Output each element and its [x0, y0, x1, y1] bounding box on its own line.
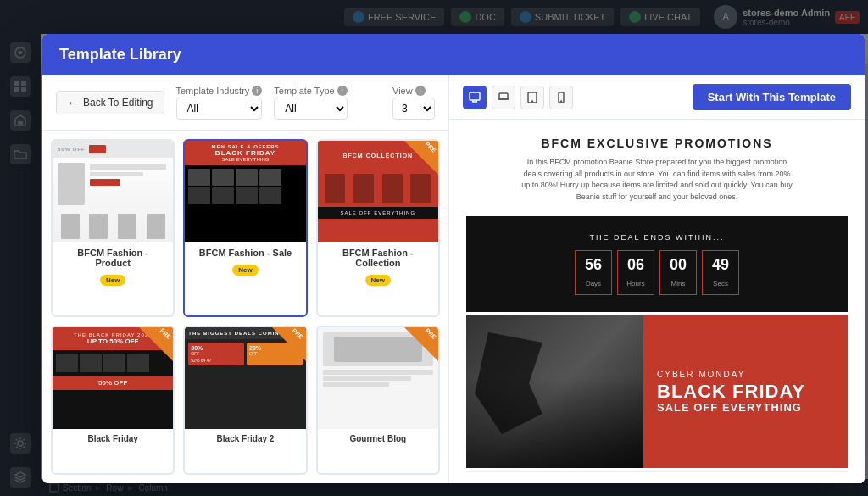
svg-rect-9 [499, 93, 508, 99]
modal-header: Template Library [42, 34, 865, 75]
modal-body: ← Back To Editing Template Industry i Al… [42, 75, 865, 483]
card-name-3: BFCM Fashion - Collection [325, 248, 431, 268]
template-card-bf1[interactable]: PRE THE BLACK FRIDAY 2020 UP TO 50% OFF [51, 326, 175, 475]
card-badge-2: New [232, 265, 258, 276]
device-tablet-btn[interactable] [520, 86, 544, 109]
sale-banner-text: CYBER MONDAY BLACK FRIDAY SALE OFF EVERY… [643, 315, 848, 468]
sale-banner-image [466, 315, 643, 468]
industry-filter: Template Industry i All Fashion Food [176, 86, 263, 120]
black-friday-text: BLACK FRIDAY [657, 382, 834, 401]
template-library-modal: Template Library ← Back To Editing Templ… [42, 34, 865, 483]
card-badge-wrap-2: New [192, 260, 298, 276]
card-info-3: BFCM Fashion - Collection New [318, 242, 438, 291]
countdown-box-mins: 00 Mins [659, 250, 697, 295]
device-desktop-btn[interactable] [463, 86, 487, 109]
svg-rect-8 [470, 92, 480, 100]
discount-bar: DISCOUNT UP TO 20% ITEMS [466, 471, 848, 483]
svg-point-13 [561, 101, 562, 102]
card-badge-wrap-1: New [59, 270, 166, 286]
countdown-box-days: 56 Days [575, 250, 612, 295]
preview-description: In this BFCM promotion Beanie Store prep… [521, 157, 793, 203]
card-name-5: Black Friday 2 [192, 434, 298, 443]
template-card-bf2[interactable]: PRE THE BIGGEST DEALS COMING 30% OFF 52%… [183, 326, 307, 475]
cyber-monday-text: CYBER MONDAY [657, 370, 834, 379]
type-select[interactable]: All Sale Product [274, 98, 347, 120]
view-info-icon: i [415, 86, 426, 96]
template-thumb-3: PRE BFCM COLLECTION SALE [318, 141, 438, 242]
arrow-left-icon: ← [67, 96, 79, 109]
countdown-box-hours: 06 Hours [617, 250, 654, 295]
man-silhouette [466, 315, 643, 468]
controls-bar: ← Back To Editing Template Industry i Al… [42, 75, 448, 131]
device-laptop-btn[interactable] [492, 86, 515, 109]
card-badge-3: New [365, 275, 391, 286]
sale-off-text: SALE OFF EVERYTHING [657, 401, 834, 414]
card-info-4: Black Friday [53, 429, 173, 449]
template-thumb-1: 50% OFF [53, 141, 173, 242]
countdown-boxes: 56 Days 06 Hours 00 Mins [483, 250, 831, 295]
industry-info-icon: i [252, 86, 262, 96]
card-info-2: BFCM Fashion - Sale New [185, 242, 305, 281]
countdown-box-secs: 49 Secs [702, 250, 739, 295]
templates-grid: 50% OFF [42, 131, 448, 483]
template-card-fashion-sale[interactable]: MEN SALE & OFFERS BLACK FRIDAY SALE EVER… [183, 139, 307, 317]
view-filter: View i 3 2 4 [392, 86, 435, 120]
type-filter: Template Type i All Sale Product [274, 86, 347, 120]
view-select[interactable]: 3 2 4 [392, 98, 435, 120]
device-mobile-btn[interactable] [549, 86, 573, 109]
right-panel: Start With This Template BFCM EXCLUSIVE … [449, 75, 865, 483]
preview-content: BFCM EXCLUSIVE PROMOTIONS In this BFCM p… [449, 120, 865, 483]
template-card-fashion-collection[interactable]: PRE BFCM COLLECTION SALE [316, 139, 440, 317]
left-panel: ← Back To Editing Template Industry i Al… [42, 75, 449, 483]
discount-text: DISCOUNT UP TO 20% ITEMS [476, 482, 837, 483]
card-badge-1: New [100, 275, 125, 286]
modal-overlay: Template Library ← Back To Editing Templ… [0, 0, 868, 496]
card-info-5: Black Friday 2 [185, 429, 305, 449]
svg-point-11 [532, 101, 533, 102]
card-info-1: BFCM Fashion - Product New [53, 242, 173, 291]
template-card-fashion-product[interactable]: 50% OFF [51, 139, 175, 317]
countdown-banner: THE DEAL ENDS WITHIN... 56 Days 06 Hours [466, 216, 848, 312]
preview-title: BFCM EXCLUSIVE PROMOTIONS [466, 137, 848, 150]
view-label: View i [392, 86, 435, 96]
type-label: Template Type i [274, 86, 347, 96]
preview-toolbar: Start With This Template [449, 75, 865, 120]
type-info-icon: i [337, 86, 348, 96]
card-name-4: Black Friday [59, 434, 166, 443]
card-info-6: Gourmet Blog [318, 429, 438, 449]
card-badge-wrap-3: New [325, 270, 431, 286]
card-name-2: BFCM Fashion - Sale [192, 248, 298, 258]
start-template-button[interactable]: Start With This Template [693, 84, 851, 110]
template-thumb-2: MEN SALE & OFFERS BLACK FRIDAY SALE EVER… [185, 141, 305, 242]
countdown-label: THE DEAL ENDS WITHIN... [483, 233, 831, 242]
industry-select[interactable]: All Fashion Food [176, 98, 263, 120]
template-card-blog[interactable]: PRE Gourmet Blog [316, 326, 440, 475]
back-to-editing-button[interactable]: ← Back To Editing [56, 91, 164, 114]
sale-banner-preview: CYBER MONDAY BLACK FRIDAY SALE OFF EVERY… [466, 315, 848, 468]
card-name-1: BFCM Fashion - Product [59, 248, 166, 268]
template-thumb-6: PRE [318, 327, 438, 429]
modal-title: Template Library [59, 46, 181, 64]
card-name-6: Gourmet Blog [325, 434, 431, 443]
template-thumb-5: PRE THE BIGGEST DEALS COMING 30% OFF 52%… [185, 327, 305, 429]
device-buttons [463, 86, 573, 109]
industry-label: Template Industry i [176, 86, 263, 96]
template-thumb-4: PRE THE BLACK FRIDAY 2020 UP TO 50% OFF [53, 327, 173, 429]
